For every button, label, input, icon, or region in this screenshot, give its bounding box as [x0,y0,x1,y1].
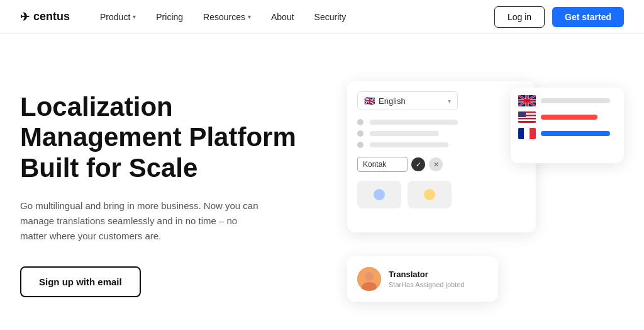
translator-name: Translator [389,270,464,279]
flag-bar [541,131,610,136]
hero-subtitle: Go multilingual and bring in more busine… [20,198,259,244]
login-button[interactable]: Log in [494,6,545,28]
flag-row-us [518,111,616,123]
svg-rect-13 [518,111,526,117]
cancel-icon-button[interactable]: ✕ [429,157,443,171]
language-selector[interactable]: 🇬🇧 English ▾ [357,91,458,110]
hero-section: Localization Management Platform Built f… [0,34,644,330]
nav-links: Product ▾ Pricing Resources ▾ About Secu… [90,0,494,34]
svg-point-15 [365,272,374,281]
blue-dot [374,189,385,200]
text-line [370,120,458,125]
translation-card: 🇬🇧 English ▾ [347,81,536,232]
logo[interactable]: ✈ centus [20,10,70,24]
mini-block-yellow [408,181,452,208]
fr-flag [518,128,536,139]
nav-item-about[interactable]: About [261,0,304,34]
nav-item-pricing[interactable]: Pricing [146,0,193,34]
hero-left: Localization Management Platform Built f… [20,92,335,297]
text-lines [357,119,526,148]
text-line [370,131,439,136]
dot-icon [357,130,364,137]
nav-item-resources[interactable]: Resources ▾ [193,0,261,34]
translator-subtitle: StarHas Assigned jobted [389,281,464,288]
signup-button[interactable]: Sign up with email [20,266,141,297]
flag-bar [541,98,610,103]
hero-title: Localization Management Platform Built f… [20,92,309,183]
chevron-down-icon: ▾ [248,13,251,20]
logo-icon: ✈ [20,10,30,24]
navbar: ✈ centus Product ▾ Pricing Resources ▾ A… [0,0,644,34]
mini-block-blue [357,181,401,208]
text-line [370,142,448,147]
flag-row-uk [518,95,616,106]
dot-icon [357,119,364,125]
flag-row-fr [518,128,616,139]
mini-blocks [357,181,526,208]
get-started-button[interactable]: Get started [552,7,624,27]
nav-item-product[interactable]: Product ▾ [90,0,146,34]
svg-rect-12 [518,120,536,122]
dot-icon [357,142,364,148]
kontak-input[interactable] [357,157,408,172]
kontak-row: ✓ ✕ [357,157,526,172]
nav-actions: Log in Get started [494,6,624,28]
logo-text: centus [33,10,70,23]
lang-chevron-icon: ▾ [448,98,451,105]
hero-mockup: 🇬🇧 English ▾ [335,75,624,314]
translator-info: Translator StarHas Assigned jobted [389,270,464,288]
flag-bar [541,115,597,120]
us-flag [518,111,536,123]
uk-flag-icon: 🇬🇧 [364,96,375,106]
flags-card [511,88,624,163]
nav-item-security[interactable]: Security [304,0,357,34]
avatar [357,267,381,291]
yellow-dot [424,189,435,200]
uk-flag [518,95,536,106]
chevron-down-icon: ▾ [133,13,136,20]
confirm-button[interactable]: ✓ [411,157,425,171]
translator-card: Translator StarHas Assigned jobted [347,256,498,302]
